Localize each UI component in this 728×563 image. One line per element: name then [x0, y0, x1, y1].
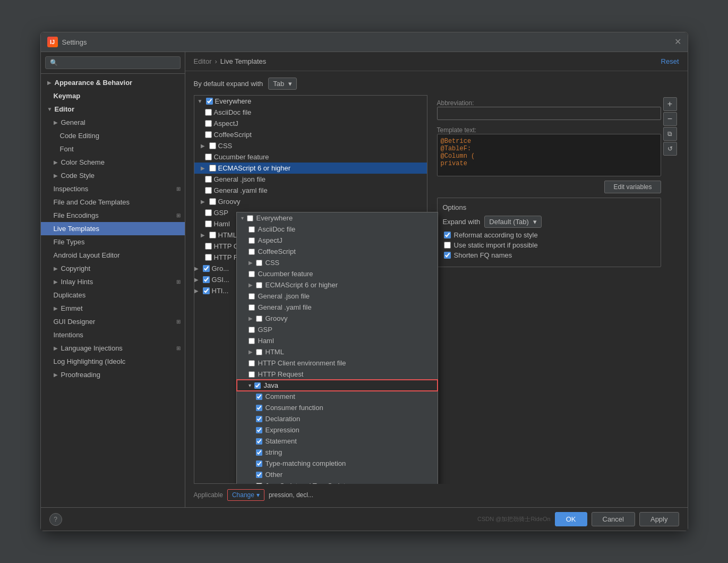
abbreviation-input[interactable]	[437, 107, 661, 120]
dropdown-item[interactable]: CoffeeScript	[237, 246, 438, 257]
item-checkbox[interactable]	[205, 243, 212, 250]
sidebar-item-emmet[interactable]: ▶ Emmet	[41, 302, 185, 315]
item-checkbox[interactable]	[205, 220, 212, 227]
sidebar-item-code-style[interactable]: ▶ Code Style	[41, 169, 185, 182]
item-checkbox[interactable]	[203, 265, 210, 272]
change-button[interactable]: Change ▾	[227, 489, 264, 501]
dropdown-item[interactable]: Consumer function	[237, 402, 438, 413]
dropdown-item[interactable]: string	[237, 447, 438, 458]
template-text-content[interactable]: @Betrice@TableF:@Column (private	[437, 134, 661, 176]
dropdown-checkbox[interactable]	[256, 460, 262, 467]
sidebar-item-font[interactable]: Font	[41, 142, 185, 156]
list-item[interactable]: General .json file	[194, 174, 427, 185]
item-checkbox[interactable]	[205, 120, 212, 127]
dropdown-checkbox[interactable]	[247, 215, 253, 221]
dropdown-checkbox[interactable]	[256, 282, 262, 288]
dropdown-item[interactable]: Cucumber feature	[237, 268, 438, 279]
sidebar-item-inlay-hints[interactable]: ▶ Inlay Hints ⊞	[41, 275, 185, 288]
dropdown-item[interactable]: General .yaml file	[237, 302, 438, 313]
list-item[interactable]: ▶ Groovy	[194, 196, 427, 207]
dropdown-checkbox[interactable]	[256, 427, 262, 433]
sidebar-item-file-encodings[interactable]: File Encodings ⊞	[41, 209, 185, 222]
edit-variables-button[interactable]: Edit variables	[604, 181, 661, 193]
dropdown-item[interactable]: HTTP Client environment file	[237, 357, 438, 369]
item-checkbox[interactable]	[205, 176, 212, 183]
sidebar-item-editor[interactable]: ▼ Editor	[41, 103, 185, 116]
sidebar-item-duplicates[interactable]: Duplicates	[41, 288, 185, 302]
dropdown-checkbox[interactable]	[256, 483, 262, 484]
dropdown-item[interactable]: ▶ ECMAScript 6 or higher	[237, 279, 438, 291]
sidebar-item-gui-designer[interactable]: GUI Designer ⊞	[41, 315, 185, 328]
dropdown-item[interactable]: ▶ HTML	[237, 346, 438, 357]
expand-with-select[interactable]: Default (Tab) ▾	[484, 216, 541, 228]
dropdown-item[interactable]: ▾ Everywhere	[237, 212, 438, 224]
sidebar-item-general[interactable]: ▶ General	[41, 116, 185, 129]
dropdown-checkbox[interactable]	[256, 449, 262, 456]
dropdown-java-item[interactable]: ▾ Java	[237, 380, 438, 391]
dropdown-item[interactable]: GSP	[237, 324, 438, 335]
reset-button[interactable]: Reset	[661, 57, 679, 65]
sidebar-item-copyright[interactable]: ▶ Copyright	[41, 262, 185, 275]
sidebar-item-file-types[interactable]: File Types	[41, 235, 185, 249]
dropdown-checkbox[interactable]	[249, 271, 255, 277]
context-dropdown[interactable]: ▾ Everywhere AsciiDoc file AspectJ	[236, 212, 438, 484]
sidebar-item-color-scheme[interactable]: ▶ Color Scheme	[41, 156, 185, 169]
sidebar-item-intentions[interactable]: Intentions	[41, 328, 185, 342]
item-checkbox[interactable]	[209, 198, 216, 205]
dropdown-checkbox[interactable]	[254, 382, 261, 389]
item-checkbox[interactable]	[205, 187, 212, 194]
dropdown-checkbox[interactable]	[256, 260, 262, 266]
apply-button[interactable]: Apply	[639, 512, 679, 526]
dropdown-checkbox[interactable]	[249, 360, 255, 366]
dropdown-item[interactable]: Expression	[237, 424, 438, 436]
list-item[interactable]: AsciiDoc file	[194, 107, 427, 118]
sidebar-item-keymap[interactable]: Keymap	[41, 89, 185, 103]
dropdown-checkbox[interactable]	[256, 405, 262, 411]
sidebar-item-proofreading[interactable]: ▶ Proofreading	[41, 368, 185, 381]
dropdown-item[interactable]: Statement	[237, 436, 438, 447]
item-checkbox[interactable]	[205, 209, 212, 216]
ok-button[interactable]: OK	[555, 512, 587, 526]
dropdown-checkbox[interactable]	[249, 304, 255, 311]
item-checkbox[interactable]	[205, 254, 212, 261]
dropdown-checkbox[interactable]	[249, 237, 255, 244]
dropdown-item[interactable]: Comment	[237, 391, 438, 402]
list-item-selected[interactable]: ▶ ECMAScript 6 or higher	[194, 163, 427, 174]
remove-template-button[interactable]: −	[663, 112, 677, 126]
item-checkbox[interactable]	[209, 232, 216, 238]
copy-template-button[interactable]: ⧉	[663, 127, 677, 141]
dropdown-checkbox[interactable]	[256, 349, 262, 355]
group-checkbox[interactable]	[206, 98, 213, 105]
item-checkbox[interactable]	[205, 131, 212, 138]
shorten-fq-checkbox[interactable]	[444, 252, 451, 259]
item-checkbox[interactable]	[203, 276, 210, 283]
dropdown-item[interactable]: Haml	[237, 335, 438, 346]
list-item[interactable]: General .yaml file	[194, 185, 427, 196]
dropdown-item[interactable]: AspectJ	[237, 235, 438, 246]
list-item[interactable]: Cucumber feature	[194, 151, 427, 163]
help-button[interactable]: ?	[49, 513, 62, 526]
list-item[interactable]: ▼ Everywhere	[194, 96, 427, 107]
dropdown-item[interactable]: Declaration	[237, 413, 438, 424]
item-checkbox[interactable]	[205, 109, 212, 116]
item-checkbox[interactable]	[203, 287, 210, 294]
dropdown-item[interactable]: ▶ Groovy	[237, 313, 438, 324]
item-checkbox[interactable]	[209, 142, 216, 149]
dropdown-item[interactable]: Type-matching completion	[237, 458, 438, 469]
dropdown-checkbox[interactable]	[256, 472, 262, 478]
reformat-checkbox[interactable]	[444, 232, 451, 238]
item-checkbox[interactable]	[205, 153, 212, 160]
search-input[interactable]	[45, 56, 181, 69]
add-template-button[interactable]: +	[663, 97, 677, 111]
sidebar-item-inspections[interactable]: Inspections ⊞	[41, 182, 185, 195]
dropdown-checkbox[interactable]	[256, 438, 262, 445]
dropdown-checkbox[interactable]	[249, 371, 255, 378]
dropdown-checkbox[interactable]	[256, 416, 262, 422]
dropdown-checkbox[interactable]	[249, 249, 255, 255]
sidebar-item-file-code-templates[interactable]: File and Code Templates	[41, 195, 185, 209]
dropdown-item[interactable]: AsciiDoc file	[237, 224, 438, 235]
item-checkbox[interactable]	[209, 165, 216, 172]
cancel-button[interactable]: Cancel	[592, 512, 635, 526]
close-button[interactable]: ✕	[674, 38, 681, 46]
list-item[interactable]: CoffeeScript	[194, 129, 427, 140]
